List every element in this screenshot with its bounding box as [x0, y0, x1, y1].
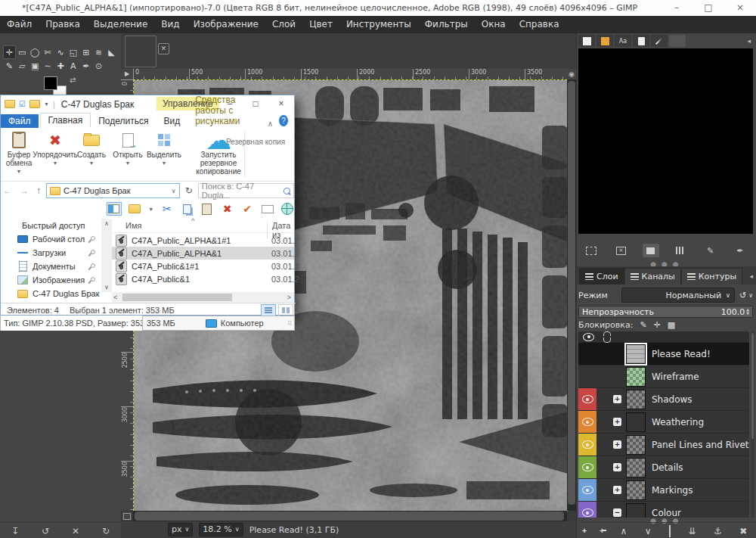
layer-color-tag[interactable]	[578, 388, 596, 410]
network-icon[interactable]	[280, 203, 294, 215]
layer-thumbnail[interactable]	[626, 480, 646, 500]
resize-grip[interactable]: ⠿	[287, 320, 292, 327]
lock-alpha-icon[interactable]: ▩	[668, 320, 675, 330]
maximize-button[interactable]: □	[692, 0, 724, 16]
zoom-dropdown[interactable]: 18.2 %∨	[199, 523, 243, 536]
visibility-eye-icon[interactable]	[582, 440, 593, 449]
visibility-eye-icon[interactable]	[582, 395, 593, 403]
tool-options-button[interactable]: ↧	[11, 526, 19, 536]
layer-thumbnail[interactable]	[626, 390, 646, 409]
layer-group-expander[interactable]: +	[613, 440, 621, 449]
ribbon-tab[interactable]: Файл	[1, 114, 39, 128]
sidebar-item[interactable]: Документы	[1, 260, 101, 273]
forward-icon[interactable]: →	[17, 185, 31, 196]
layer-row[interactable]: + Shadows	[578, 388, 749, 411]
layer-row[interactable]: + Panel Lines and Rivets	[578, 434, 749, 456]
rename-icon[interactable]	[261, 203, 274, 215]
sidebar-item[interactable]: Быстрый доступ	[1, 219, 101, 232]
dock-collapse-icon[interactable]: ◂	[749, 272, 753, 280]
layer-group-expander[interactable]: −	[613, 508, 621, 517]
scrollbar-thumb[interactable]	[122, 294, 232, 301]
tool-button[interactable]: ∼	[42, 59, 54, 73]
menu-item[interactable]: Вид	[154, 16, 186, 33]
dialog-tab[interactable]: Контуры	[681, 268, 742, 285]
layer-color-tag[interactable]	[578, 365, 596, 387]
layer-row[interactable]: + Weathering	[578, 411, 749, 434]
image-tab-thumbnail[interactable]	[125, 36, 156, 67]
layer-thumbnail[interactable]	[626, 344, 646, 364]
layer-row-partial[interactable]	[578, 331, 749, 343]
patterns-tab-icon[interactable]	[596, 35, 613, 47]
layer-color-tag[interactable]	[578, 411, 596, 433]
document-history-tab-icon[interactable]	[633, 35, 649, 47]
active-pattern-tab-icon[interactable]	[669, 35, 686, 47]
fill-button[interactable]	[643, 244, 659, 257]
tool-button[interactable]: ≋	[92, 45, 105, 59]
refresh-icon[interactable]: ↻	[183, 185, 195, 196]
brushes-tab-icon[interactable]	[578, 35, 595, 47]
tool-button[interactable]: ⊙	[92, 59, 105, 73]
layer-group-expander[interactable]: +	[613, 463, 621, 471]
ribbon-button[interactable]: Создать ▼	[73, 128, 110, 181]
sidebar-item[interactable]: Загрузки	[1, 246, 101, 260]
merge-down-icon[interactable]: ⇊	[689, 526, 696, 536]
file-row[interactable]: C47A_Public&1 03.01.2	[112, 272, 294, 285]
thumbnails-view-button[interactable]	[278, 304, 293, 316]
opacity-spinner[interactable]: ▲▼	[746, 308, 749, 316]
back-icon[interactable]: ←	[1, 185, 14, 196]
layer-color-tag[interactable]	[578, 343, 596, 365]
minimize-button[interactable]: –	[661, 0, 692, 16]
edit-brush-button[interactable]: ✒	[732, 244, 748, 257]
layer-group-expander[interactable]: +	[613, 486, 621, 494]
ribbon-tab[interactable]: Поделиться	[91, 114, 156, 128]
tool-options-button[interactable]: ✕	[72, 526, 79, 536]
selection-button[interactable]	[583, 244, 600, 257]
details-view-button[interactable]	[261, 304, 276, 316]
layer-row[interactable]: + Details	[578, 456, 749, 479]
tool-button[interactable]: ▣	[29, 59, 42, 73]
tool-button[interactable]: ◱	[67, 45, 79, 59]
menu-item[interactable]: Окна	[475, 16, 513, 33]
menu-item[interactable]: Изображение	[187, 16, 265, 33]
cut-icon[interactable]: ✂	[160, 203, 174, 215]
ribbon-button[interactable]: Буфер обмена ▼	[1, 128, 37, 181]
mode-dropdown[interactable]: Нормальный ∨	[621, 288, 735, 303]
search-input[interactable]: Поиск в: C-47 Dugla...	[198, 183, 294, 198]
confirm-icon[interactable]: ✔	[240, 203, 254, 215]
layer-thumbnail[interactable]	[626, 503, 646, 518]
tool-button[interactable]: ▱	[16, 59, 29, 73]
layer-thumbnail[interactable]	[626, 458, 646, 477]
canvas-horizontal-scrollbar[interactable]	[133, 511, 567, 521]
anchor-layer-icon[interactable]: ⚓	[714, 526, 722, 536]
dialog-tab[interactable]: Каналы	[624, 268, 681, 285]
tool-button[interactable]: ◣	[105, 45, 118, 59]
copy-icon[interactable]	[181, 203, 194, 215]
address-bar[interactable]: C-47 Duglas Брак ∨	[46, 183, 180, 198]
tool-button[interactable]: ∿	[54, 45, 67, 59]
menu-item[interactable]: Файл	[0, 16, 39, 33]
tool-button[interactable]: ✄	[42, 45, 54, 59]
tool-button[interactable]: ⊞	[79, 45, 92, 59]
menu-item[interactable]: Цвет	[302, 16, 339, 33]
layer-thumbnail[interactable]	[626, 367, 646, 387]
visibility-eye-icon[interactable]	[582, 418, 593, 426]
sidebar-item[interactable]: Изображения	[1, 273, 101, 287]
close-button[interactable]: ×	[268, 95, 294, 112]
chevron-down-icon[interactable]: ∨	[172, 188, 176, 194]
menu-item[interactable]: Выделение	[87, 16, 154, 33]
layer-color-tag[interactable]	[578, 479, 596, 501]
new-folder-icon[interactable]	[129, 203, 142, 215]
layer-thumbnail[interactable]	[626, 435, 646, 455]
layer-row[interactable]: − Colour	[578, 502, 749, 518]
tool-button[interactable]: ◯	[29, 45, 42, 59]
gradients-tab-icon[interactable]	[651, 35, 668, 47]
ribbon-button[interactable]: Открыть ▼	[110, 128, 146, 181]
layer-group-expander[interactable]: +	[613, 418, 621, 426]
chevron-down-icon[interactable]: ▼	[148, 207, 153, 212]
visibility-eye-icon[interactable]	[583, 333, 594, 341]
menu-item[interactable]: Правка	[39, 16, 87, 33]
raise-layer-icon[interactable]: ∧	[621, 526, 627, 536]
tool-button[interactable]: ✛	[3, 45, 16, 59]
fonts-tab-icon[interactable]: Aa	[615, 35, 631, 47]
list-view-button[interactable]	[672, 244, 689, 257]
